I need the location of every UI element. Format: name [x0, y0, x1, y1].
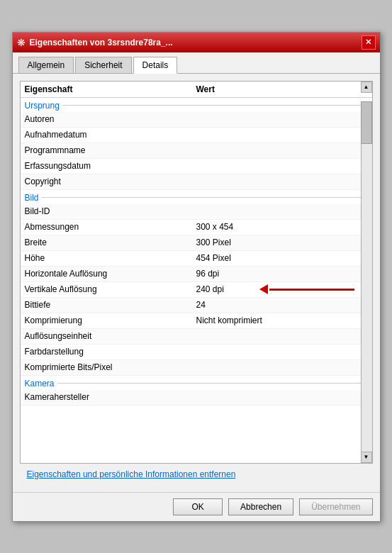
row-property: Vertikale Auflösung	[25, 284, 196, 294]
table-row: Farbdarstellung	[21, 345, 372, 360]
arrow-head	[259, 284, 268, 294]
table-row: Komprimierung Nicht komprimiert	[21, 313, 372, 329]
row-value: 300 Pixel	[196, 238, 368, 247]
section-label-bild: Bild	[25, 193, 39, 203]
scrollbar-thumb[interactable]	[361, 101, 372, 144]
section-header-kamera: Kamera	[21, 376, 372, 390]
row-value: 300 x 454	[196, 222, 368, 232]
section-header-bild: Bild	[21, 190, 372, 204]
section-divider-kamera	[57, 383, 368, 384]
section-divider-bild	[42, 197, 368, 198]
row-property: Bittiefe	[25, 300, 196, 310]
details-table-container: Eigenschaft Wert ▲ Ursprung Autoren	[20, 81, 373, 464]
section-label-kamera: Kamera	[25, 379, 55, 389]
table-body[interactable]: Ursprung Autoren Aufnahmedatum Programmn…	[21, 98, 372, 459]
tab-content: Eigenschaft Wert ▲ Ursprung Autoren	[13, 74, 380, 492]
row-property: Komprimierung	[25, 315, 196, 325]
table-row: Copyright	[21, 174, 372, 190]
table-row: Höhe 454 Pixel	[21, 251, 372, 267]
table-row: Komprimierte Bits/Pixel	[21, 360, 372, 376]
table-header: Eigenschaft Wert ▲	[21, 82, 372, 98]
red-arrow-annotation	[259, 284, 354, 294]
table-row: Horizontale Auflösung 96 dpi	[21, 267, 372, 282]
table-row: Programmname	[21, 143, 372, 159]
row-value: Nicht komprimiert	[196, 315, 368, 325]
table-row: Kamerahersteller	[21, 390, 372, 406]
table-row-vertikale-aufloesung: Vertikale Auflösung 240 dpi	[21, 282, 372, 298]
row-property: Programmname	[25, 145, 196, 155]
row-property: Bild-ID	[25, 206, 196, 216]
scrollbar-up-button[interactable]: ▲	[361, 82, 372, 93]
link-row: Eigenschaften und persönliche Informatio…	[20, 464, 373, 485]
table-row: Bild-ID	[21, 204, 372, 220]
tab-details[interactable]: Details	[133, 57, 178, 74]
table-row: Bittiefe 24	[21, 298, 372, 313]
row-property: Höhe	[25, 253, 196, 263]
row-property: Autoren	[25, 114, 196, 124]
title-bar: ❋ Eigenschaften von 3srsndre78ra_... ✕	[13, 33, 380, 52]
section-header-ursprung: Ursprung	[21, 98, 372, 112]
row-property: Farbdarstellung	[25, 347, 196, 357]
table-row: Auflösungseinheit	[21, 329, 372, 345]
footer: OK Abbrechen Übernehmen	[13, 492, 380, 521]
table-row: Erfassungsdatum	[21, 159, 372, 174]
remove-properties-link[interactable]: Eigenschaften und persönliche Informatio…	[27, 469, 236, 479]
inner-table: Ursprung Autoren Aufnahmedatum Programmn…	[21, 98, 372, 406]
tab-allgemein[interactable]: Allgemein	[18, 57, 74, 73]
arrow-line	[269, 289, 354, 291]
row-value: 454 Pixel	[196, 253, 368, 263]
apply-button[interactable]: Übernehmen	[299, 498, 372, 515]
close-button[interactable]: ✕	[362, 35, 376, 50]
row-property: Abmessungen	[25, 222, 196, 232]
row-property: Kamerahersteller	[25, 392, 196, 402]
row-property: Komprimierte Bits/Pixel	[25, 362, 196, 372]
row-property: Auflösungseinheit	[25, 331, 196, 341]
table-row: Abmessungen 300 x 454	[21, 220, 372, 235]
scrollbar-track[interactable]: ▼	[361, 101, 372, 463]
window-icon: ❋	[17, 37, 26, 48]
window-title: Eigenschaften von 3srsndre78ra_...	[30, 38, 173, 48]
row-property: Aufnahmedatum	[25, 130, 196, 140]
table-row: Autoren	[21, 112, 372, 128]
properties-window: ❋ Eigenschaften von 3srsndre78ra_... ✕ A…	[12, 32, 381, 522]
title-bar-left: ❋ Eigenschaften von 3srsndre78ra_...	[17, 37, 173, 48]
row-property: Copyright	[25, 177, 196, 186]
section-label-ursprung: Ursprung	[25, 101, 60, 111]
tab-sicherheit[interactable]: Sicherheit	[75, 57, 131, 73]
row-property: Erfassungsdatum	[25, 161, 196, 171]
row-value: 96 dpi	[196, 269, 368, 279]
col-header-value: Wert	[196, 84, 368, 94]
row-property: Breite	[25, 238, 196, 247]
ok-button[interactable]: OK	[173, 498, 223, 515]
row-property: Horizontale Auflösung	[25, 269, 196, 279]
scrollbar-down-button[interactable]: ▼	[361, 452, 372, 463]
table-row: Aufnahmedatum	[21, 128, 372, 143]
row-value: 24	[196, 300, 368, 310]
section-divider-ursprung	[62, 105, 368, 106]
tab-bar: Allgemein Sicherheit Details	[13, 52, 380, 74]
table-row: Breite 300 Pixel	[21, 235, 372, 251]
cancel-button[interactable]: Abbrechen	[228, 498, 293, 515]
col-header-property: Eigenschaft	[25, 84, 196, 94]
